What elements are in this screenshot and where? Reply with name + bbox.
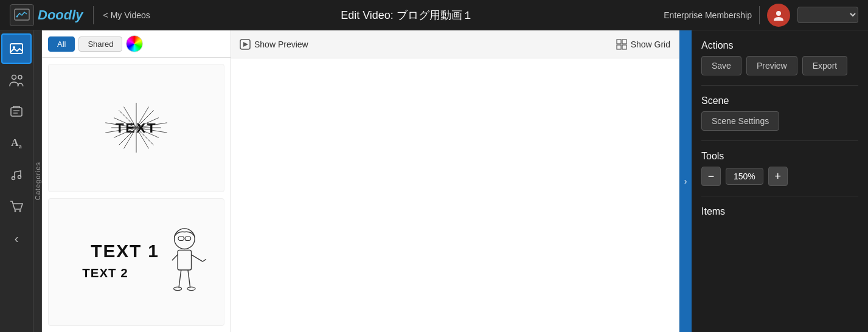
show-grid-button[interactable]: Show Grid: [616, 39, 670, 50]
svg-text:TEXT 2: TEXT 2: [82, 266, 128, 280]
tools-title: Tools: [701, 151, 858, 162]
asset-panel: All Shared: [42, 30, 231, 332]
list-item[interactable]: TEXT 1 TEXT 2: [48, 198, 224, 327]
zoom-value: 150%: [726, 168, 763, 185]
toolbar-music-btn[interactable]: [1, 160, 32, 190]
svg-rect-53: [617, 45, 621, 49]
topbar-divider: [93, 6, 94, 24]
svg-line-43: [203, 260, 206, 262]
items-section: Items: [701, 206, 858, 222]
svg-line-44: [172, 255, 178, 260]
page-title: Edit Video: ブログ用動画１: [150, 8, 664, 22]
svg-point-5: [12, 75, 16, 80]
asset-grid: TEXT TEXT 1 TEXT 2: [42, 58, 231, 332]
export-button[interactable]: Export: [802, 56, 847, 75]
svg-point-47: [174, 287, 182, 291]
svg-point-10: [12, 177, 15, 180]
svg-point-11: [18, 176, 21, 179]
zoom-in-button[interactable]: +: [768, 167, 788, 186]
left-toolbar: Aa ‹: [0, 30, 33, 332]
toolbar-characters-btn[interactable]: [1, 65, 32, 95]
right-panel: Actions Save Preview Export Scene Scene …: [692, 30, 868, 332]
asset-tabs: All Shared: [42, 30, 231, 58]
categories-side[interactable]: Categories: [33, 30, 42, 332]
user-dropdown[interactable]: [797, 7, 858, 23]
toolbar-props-btn[interactable]: [1, 97, 32, 127]
topbar-right: Enterprise Membership: [664, 4, 858, 27]
topbar-divider2: [759, 6, 760, 24]
svg-rect-7: [11, 108, 22, 116]
canvas-area: Show Preview Show Grid: [231, 30, 679, 332]
svg-text:TEXT 1: TEXT 1: [91, 241, 159, 261]
svg-rect-52: [622, 40, 627, 44]
svg-line-46: [188, 270, 190, 288]
membership-label: Enterprise Membership: [664, 10, 752, 20]
svg-point-48: [187, 287, 195, 291]
svg-point-6: [18, 75, 22, 79]
svg-rect-51: [617, 40, 621, 44]
svg-text:TEXT: TEXT: [116, 120, 157, 136]
scene-settings-button[interactable]: Scene Settings: [701, 111, 779, 131]
svg-rect-41: [178, 251, 191, 271]
logo-icon: [10, 4, 34, 26]
toolbar-text-btn[interactable]: Aa: [1, 128, 32, 159]
action-buttons: Save Preview Export: [701, 56, 858, 75]
scene-section: Scene Scene Settings: [701, 95, 858, 131]
items-title: Items: [701, 206, 858, 217]
divider: [701, 85, 858, 86]
svg-line-45: [179, 270, 181, 288]
svg-rect-54: [622, 45, 627, 49]
logo-text: Doodly: [38, 7, 83, 23]
actions-title: Actions: [701, 40, 858, 51]
scene-title: Scene: [701, 95, 858, 106]
topbar: Doodly < My Videos Edit Video: ブログ用動画１ E…: [0, 0, 868, 30]
preview-button[interactable]: Preview: [746, 56, 797, 75]
actions-section: Actions Save Preview Export: [701, 40, 858, 75]
tab-shared[interactable]: Shared: [78, 36, 122, 52]
categories-label: Categories: [34, 162, 41, 200]
svg-point-1: [16, 15, 18, 17]
toolbar-images-btn[interactable]: [1, 33, 32, 64]
divider3: [701, 196, 858, 196]
tools-section: Tools − 150% +: [701, 151, 858, 186]
svg-rect-3: [10, 44, 23, 54]
zoom-controls: − 150% +: [701, 167, 858, 186]
toolbar-collapse-btn[interactable]: ‹: [1, 223, 32, 254]
svg-point-2: [776, 11, 781, 16]
svg-point-12: [15, 210, 16, 212]
svg-point-13: [19, 210, 21, 212]
svg-marker-50: [243, 42, 248, 47]
panel-toggle-btn[interactable]: ›: [679, 30, 692, 332]
show-preview-button[interactable]: Show Preview: [240, 39, 308, 50]
list-item[interactable]: TEXT: [48, 64, 224, 192]
canvas-toolbar: Show Preview Show Grid: [231, 30, 679, 58]
toolbar-cart-btn[interactable]: [1, 192, 32, 222]
divider2: [701, 140, 858, 141]
color-picker[interactable]: [126, 35, 143, 52]
avatar[interactable]: [767, 4, 790, 27]
save-button[interactable]: Save: [701, 56, 741, 75]
play-icon: [240, 39, 251, 50]
zoom-out-button[interactable]: −: [701, 167, 721, 186]
main-layout: Aa ‹ Categories All Shared: [0, 30, 868, 332]
canvas-main: [231, 58, 679, 332]
logo: Doodly: [10, 4, 83, 26]
tab-all[interactable]: All: [48, 36, 75, 52]
back-link[interactable]: < My Videos: [103, 10, 150, 20]
svg-line-42: [192, 255, 203, 261]
